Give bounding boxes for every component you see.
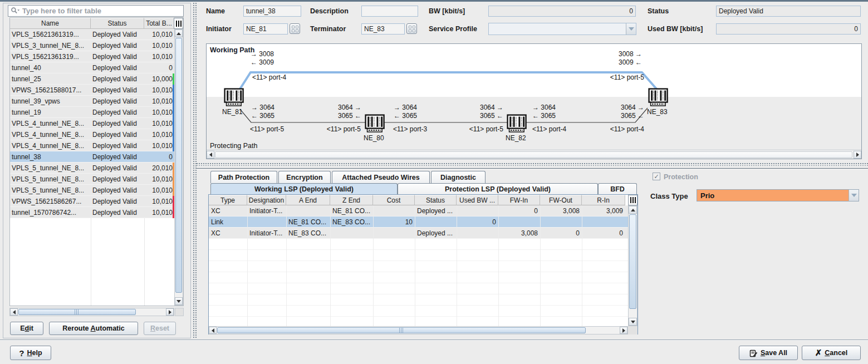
tunnel-table-hscrollbar[interactable] xyxy=(9,308,174,316)
tunnel-table-header: Name Status Total B... xyxy=(10,18,174,29)
lsp-column-header[interactable]: FW-In xyxy=(498,195,540,205)
class-type-dropdown[interactable]: Prio xyxy=(697,189,859,201)
lsp-column-header[interactable]: Status xyxy=(415,195,457,205)
column-header-status[interactable]: Status xyxy=(91,18,144,29)
lsp-column-header[interactable]: Cost xyxy=(373,195,415,205)
table-row[interactable]: VPLS_5_tunnel_NE_8...Deployed Valid10,01… xyxy=(10,185,174,196)
scroll-left-button[interactable] xyxy=(209,327,217,334)
terminator-picker-button[interactable] xyxy=(406,23,417,34)
used-bw-input[interactable]: 0 xyxy=(716,23,861,35)
vscroll-thumb[interactable] xyxy=(629,214,636,309)
scroll-up-button[interactable] xyxy=(175,29,183,37)
tab-bfd[interactable]: BFD xyxy=(598,183,637,194)
table-row[interactable]: tunnel_40Deployed Valid0 xyxy=(10,62,174,73)
status-input[interactable]: Deployed Valid xyxy=(716,6,861,17)
column-header-total[interactable]: Total B... xyxy=(144,18,174,29)
node-ne82-icon[interactable] xyxy=(507,114,528,133)
lsp-table-cell: 0 xyxy=(540,228,582,238)
lsp-column-header[interactable]: A End xyxy=(286,195,330,205)
description-input[interactable] xyxy=(361,6,418,17)
table-row[interactable]: VPWS_15621588017...Deployed Valid10,010 xyxy=(10,85,174,96)
hscroll-thumb[interactable] xyxy=(18,309,136,315)
table-row[interactable]: VPLS_3_tunnel_NE_8...Deployed Valid10,01… xyxy=(10,40,174,51)
terminator-input[interactable]: NE_83 xyxy=(361,23,405,35)
initiator-picker-button[interactable] xyxy=(290,23,300,34)
save-all-button[interactable]: Save All xyxy=(739,346,798,360)
hscroll-thumb[interactable] xyxy=(215,151,852,158)
lsp-column-header[interactable]: FW-Out xyxy=(540,195,582,205)
table-row[interactable]: tunnel_38Deployed Valid0 xyxy=(10,151,174,163)
lsp-table-cell xyxy=(286,205,330,216)
node-ne81-icon[interactable] xyxy=(224,88,245,107)
name-input[interactable]: tunnel_38 xyxy=(243,6,301,17)
tab-encryption[interactable]: Encryption xyxy=(278,171,331,183)
table-cell: Deployed Valid xyxy=(91,85,144,95)
help-button[interactable]: ? Help xyxy=(10,346,51,360)
table-row[interactable]: tunnel_19Deployed Valid10,010 xyxy=(10,107,174,118)
cancel-button[interactable]: ✗ Cancel xyxy=(802,346,861,360)
tunnel-table-vscrollbar[interactable] xyxy=(174,29,183,306)
scroll-right-button[interactable] xyxy=(166,308,174,316)
table-row[interactable]: VPLS_15621361319...Deployed Valid10,010 xyxy=(10,51,174,62)
filter-input[interactable]: Type here to filter table xyxy=(8,5,184,17)
dropdown-arrow-icon[interactable] xyxy=(626,23,636,35)
tab-working-lsp[interactable]: Working LSP (Deployed Valid) xyxy=(210,183,398,194)
service-profile-dropdown[interactable] xyxy=(488,23,636,35)
table-row[interactable]: VPWS_15621586267...Deployed Valid10,010 xyxy=(10,196,174,207)
lsp-column-header[interactable]: Type xyxy=(209,195,247,205)
edit-button[interactable]: Edit xyxy=(10,322,43,335)
scroll-left-button[interactable] xyxy=(10,308,18,316)
table-row[interactable]: tunnel_1570786742...Deployed Valid10,010 xyxy=(10,207,174,218)
lsp-column-header[interactable]: R-In xyxy=(582,195,625,205)
lsp-hscrollbar[interactable] xyxy=(209,326,628,335)
table-row[interactable]: VPLS_15621361319...Deployed Valid10,010 xyxy=(10,29,174,40)
vscroll-thumb[interactable] xyxy=(175,38,182,293)
hscroll-thumb[interactable] xyxy=(217,327,586,333)
tab-diagnostic[interactable]: Diagnostic xyxy=(431,171,486,183)
tunnel-table-body: VPLS_15621361319...Deployed Valid10,010V… xyxy=(10,29,174,218)
table-row[interactable]: VPLS_4_tunnel_NE_8...Deployed Valid10,01… xyxy=(10,118,174,129)
tab-protection-lsp[interactable]: Protection LSP (Deployed Valid) xyxy=(398,183,598,194)
scroll-down-button[interactable] xyxy=(629,318,637,326)
lsp-vscrollbar[interactable] xyxy=(628,205,637,326)
scroll-down-button[interactable] xyxy=(175,297,183,305)
lsp-column-header[interactable]: Z End xyxy=(330,195,373,205)
table-cell: Deployed Valid xyxy=(91,129,144,140)
table-row[interactable]: tunnel_39_vpwsDeployed Valid10,010 xyxy=(10,96,174,107)
scroll-up-button[interactable] xyxy=(629,206,637,214)
reroute-automatic-button[interactable]: Reroute Automatic xyxy=(49,322,138,335)
lsp-table-cell xyxy=(457,205,498,216)
table-row[interactable]: VPLS_4_tunnel_NE_8...Deployed Valid10,01… xyxy=(10,129,174,140)
node-ne80-icon[interactable] xyxy=(365,114,386,133)
dropdown-arrow-icon[interactable] xyxy=(849,190,859,201)
table-row[interactable]: VPLS_4_tunnel_NE_8...Deployed Valid10,01… xyxy=(10,140,174,151)
search-icon[interactable] xyxy=(11,7,20,16)
scroll-left-button[interactable] xyxy=(207,151,214,159)
lsp-table-row[interactable]: XCInitiator-T...NE_81 CO...Deployed ...0… xyxy=(209,205,628,217)
column-separator xyxy=(457,205,457,326)
lsp-table-row[interactable]: LinkNE_81 CO...NE_83 CO...100 xyxy=(209,217,628,228)
lsp-column-header[interactable]: Used BW ... xyxy=(457,195,498,205)
scroll-right-button[interactable] xyxy=(854,151,861,159)
table-cell: VPLS_5_tunnel_NE_8... xyxy=(10,163,91,173)
scroll-right-button[interactable] xyxy=(620,327,627,334)
column-control-icon[interactable] xyxy=(628,195,637,205)
protection-checkbox[interactable]: ✓ xyxy=(653,173,660,180)
vertical-splitter[interactable] xyxy=(193,2,197,338)
tab-path-protection[interactable]: Path Protection xyxy=(210,171,277,183)
horizontal-splitter[interactable] xyxy=(196,163,868,166)
diagram-hscrollbar[interactable] xyxy=(207,150,861,159)
table-cell: Deployed Valid xyxy=(91,107,144,117)
column-header-name[interactable]: Name xyxy=(10,18,91,29)
initiator-input[interactable]: NE_81 xyxy=(243,23,288,35)
table-row[interactable]: VPLS_5_tunnel_NE_8...Deployed Valid10,01… xyxy=(10,174,174,185)
node-ne83-icon[interactable] xyxy=(648,88,669,107)
bw-input[interactable]: 0 xyxy=(488,6,636,17)
table-row[interactable]: VPLS_5_tunnel_NE_8...Deployed Valid20,01… xyxy=(10,163,174,174)
lsp-table-row[interactable]: XCInitiator-T...NE_83 CO...Deployed ...3… xyxy=(209,228,628,239)
reset-button[interactable]: Reset xyxy=(144,322,176,335)
tab-attached-pseudo-wires[interactable]: Attached Pseudo Wires xyxy=(332,171,430,183)
lsp-column-header[interactable]: Designation xyxy=(247,195,286,205)
column-control-icon[interactable] xyxy=(174,18,183,29)
table-row[interactable]: tunnel_25Deployed Valid10,000 xyxy=(10,73,174,85)
